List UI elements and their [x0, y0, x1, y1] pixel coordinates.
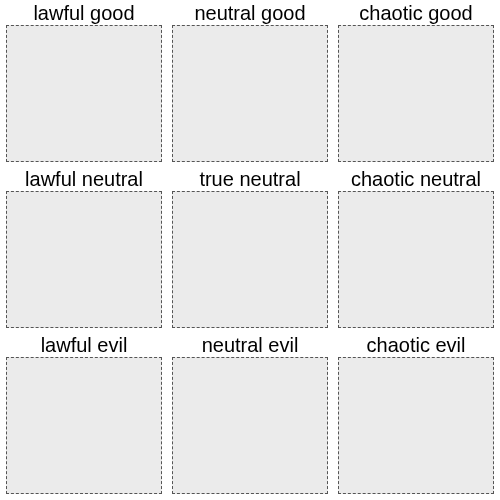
cell-chaotic-neutral: chaotic neutral [338, 168, 494, 328]
label-lawful-neutral: lawful neutral [6, 168, 162, 191]
slot-lawful-neutral[interactable] [6, 191, 162, 328]
cell-chaotic-evil: chaotic evil [338, 334, 494, 494]
label-chaotic-good: chaotic good [338, 2, 494, 25]
label-neutral-evil: neutral evil [172, 334, 328, 357]
cell-lawful-evil: lawful evil [6, 334, 162, 494]
slot-lawful-good[interactable] [6, 25, 162, 162]
label-lawful-evil: lawful evil [6, 334, 162, 357]
cell-true-neutral: true neutral [172, 168, 328, 328]
label-neutral-good: neutral good [172, 2, 328, 25]
label-true-neutral: true neutral [172, 168, 328, 191]
label-lawful-good: lawful good [6, 2, 162, 25]
slot-chaotic-neutral[interactable] [338, 191, 494, 328]
slot-lawful-evil[interactable] [6, 357, 162, 494]
label-chaotic-evil: chaotic evil [338, 334, 494, 357]
cell-lawful-neutral: lawful neutral [6, 168, 162, 328]
slot-chaotic-evil[interactable] [338, 357, 494, 494]
slot-true-neutral[interactable] [172, 191, 328, 328]
slot-neutral-good[interactable] [172, 25, 328, 162]
label-chaotic-neutral: chaotic neutral [338, 168, 494, 191]
cell-neutral-good: neutral good [172, 2, 328, 162]
cell-neutral-evil: neutral evil [172, 334, 328, 494]
cell-lawful-good: lawful good [6, 2, 162, 162]
slot-neutral-evil[interactable] [172, 357, 328, 494]
alignment-grid: lawful good neutral good chaotic good la… [6, 2, 494, 494]
slot-chaotic-good[interactable] [338, 25, 494, 162]
cell-chaotic-good: chaotic good [338, 2, 494, 162]
